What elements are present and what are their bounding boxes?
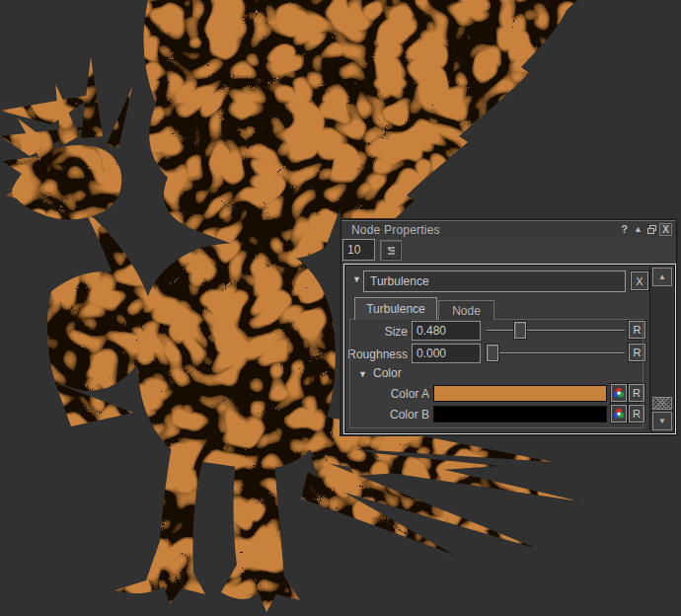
panel-title: Node Properties [351,223,617,237]
node-index-input[interactable] [342,239,375,261]
edit-node-button[interactable] [380,240,402,261]
node-editor-frame: ▼ X Turbulence Node Size R Roughness R ▼… [343,264,676,434]
delete-node-button[interactable]: X [631,271,648,290]
tab-node[interactable]: Node [438,300,494,320]
node-properties-panel: Node Properties ? ▲ X ▼ X Turbulence Nod… [340,219,677,435]
scroll-up-icon[interactable]: ▲ [652,268,672,286]
scroll-down-icon[interactable]: ▼ [652,412,672,430]
editor-scrollbar[interactable]: ▲ ▼ [649,267,673,431]
edit-icon [385,246,397,256]
panel-titlebar[interactable]: Node Properties ? ▲ X [341,220,676,238]
tab-content-groupbox [349,319,643,428]
help-icon[interactable]: ? [618,223,631,236]
close-icon[interactable]: X [659,223,672,236]
node-name-input[interactable] [363,270,626,292]
collapse-node-icon[interactable]: ▼ [352,275,361,284]
scrollbar-thumb[interactable] [652,397,672,410]
rollup-icon[interactable]: ▲ [632,223,644,236]
tab-turbulence[interactable]: Turbulence [354,297,437,320]
restore-icon[interactable] [645,223,658,236]
